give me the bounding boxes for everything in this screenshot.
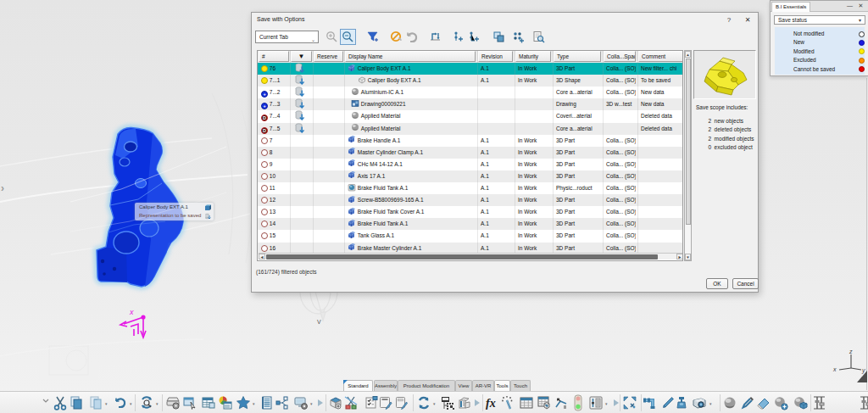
hscroll-left-button[interactable]: ◄ — [259, 254, 265, 260]
table-row-12[interactable]: 12 Screw-B58009699-165 A.1A.1In Work3D P… — [258, 194, 683, 206]
undo-icon[interactable] — [112, 394, 129, 411]
dropdown-arrow-icon[interactable]: ▾ — [130, 401, 132, 406]
collapse-chevron-icon[interactable] — [41, 393, 51, 410]
paste-icon[interactable] — [87, 394, 104, 411]
caliper-gauge-icon[interactable] — [811, 394, 828, 411]
dialog-help-button[interactable]: ? — [724, 15, 734, 25]
vscroll-thumb[interactable] — [686, 59, 691, 225]
share-pie-icon[interactable] — [217, 394, 234, 411]
catalog-list-icon[interactable] — [259, 394, 275, 411]
exclude-icon[interactable] — [388, 29, 404, 45]
table-row-8[interactable]: 8 Master Cylinder Clamp A.1A.1In Work3D … — [258, 147, 683, 159]
report-preview-icon[interactable] — [531, 29, 547, 45]
tab-filter-combobox[interactable]: Current Tab ⌄ — [255, 31, 319, 43]
tab-product-modification[interactable]: Product Modification — [398, 380, 455, 391]
tab-ar-vr[interactable]: AR-VR — [472, 380, 494, 391]
table-row-71[interactable]: 7...1 Caliper Body EXT A.1A.1In Work3D S… — [258, 75, 683, 87]
table-row-13[interactable]: 13 Brake Fluid Tank Cover A.1A.1In Work3… — [258, 206, 683, 218]
refresh-icon[interactable] — [415, 394, 432, 411]
undo-icon[interactable] — [403, 29, 420, 45]
dialog-close-button[interactable]: ✕ — [743, 15, 753, 25]
axis-system-marker[interactable]: x — [115, 307, 154, 339]
eraser-icon[interactable] — [755, 394, 772, 411]
doc-edit-icon[interactable] — [377, 394, 394, 411]
filter-icon[interactable] — [364, 29, 381, 45]
angle-measure-icon[interactable] — [553, 394, 570, 411]
tab-assembly[interactable]: Assembly — [374, 380, 398, 391]
tab-tools[interactable]: Tools — [494, 380, 510, 391]
sphere-cube-icon[interactable] — [792, 394, 809, 411]
panel-expander-chevron-icon[interactable]: › — [1, 182, 9, 196]
overflow-arrow-icon[interactable] — [469, 394, 486, 411]
tab-standard[interactable]: Standard — [343, 380, 373, 391]
status-notmod-icon — [261, 173, 268, 180]
clipped-toolbar-icon[interactable] — [858, 394, 868, 411]
table-row-7[interactable]: 7 Brake Handle A.1A.1In Work3D PartColla… — [258, 135, 683, 147]
material-sphere-icon[interactable] — [721, 394, 738, 411]
table-row-72[interactable]: + 7...2 Aluminium-IC A.1Core a...aterial… — [258, 87, 683, 98]
zoom-out-icon[interactable] — [340, 29, 356, 45]
table-row-15[interactable]: 15 Tank Glass A.1A.1In Work3D PartColla.… — [258, 230, 683, 242]
hscroll-thumb[interactable] — [266, 254, 658, 260]
reroute-icon[interactable] — [427, 29, 443, 45]
expand-arrows-icon[interactable] — [621, 394, 638, 411]
ok-button[interactable]: OK — [706, 278, 728, 289]
camera-projector-icon[interactable] — [692, 394, 709, 411]
favorites-star-icon[interactable] — [235, 394, 252, 411]
magic-wand-icon[interactable] — [499, 394, 516, 411]
pump-icon[interactable] — [673, 394, 690, 411]
table-row-11[interactable]: 11 Brake Fluid Tank A.1A.1In WorkPhysic.… — [258, 182, 683, 194]
scope-item-excluded-object: 0 excluded object — [704, 144, 753, 150]
vscroll-down-button[interactable]: ▼ — [685, 254, 691, 260]
dropdown-arrow-icon[interactable]: ▾ — [156, 401, 159, 406]
pipe-clamp-icon[interactable] — [642, 394, 659, 411]
tab-view[interactable]: View — [455, 380, 472, 391]
tab-touch[interactable]: Touch — [510, 380, 531, 391]
display-settings-icon[interactable] — [292, 394, 309, 411]
select-window-icon[interactable] — [181, 394, 198, 411]
insert-level-alt-icon[interactable] — [466, 29, 482, 45]
box-insert-icon[interactable] — [327, 394, 344, 411]
legend-label: Not modified — [793, 31, 825, 36]
table-row-75[interactable]: D 7...5 Applied MaterialCore a...aterial… — [258, 123, 683, 135]
table-row-74[interactable]: D 7...4 Applied MaterialCoveri...aterial… — [258, 110, 683, 122]
bi-minimize-button[interactable]: — — [846, 3, 854, 8]
sphere-add-icon[interactable] — [772, 394, 789, 411]
tag-capture-icon[interactable] — [439, 394, 456, 411]
bi-mode-combobox[interactable]: Save status ▾ — [774, 15, 865, 25]
bi-close-button[interactable]: ✕ — [857, 3, 865, 9]
cut-icon[interactable] — [52, 394, 69, 411]
duplicate-icon[interactable] — [491, 29, 507, 45]
doc-edit-alt-icon[interactable] — [393, 394, 410, 411]
insert-level-icon[interactable] — [450, 29, 466, 45]
table-row-10[interactable]: 10 Axis 17 A.1A.1In Work3D PartColla... … — [258, 170, 683, 182]
split-scissors-icon[interactable] — [342, 394, 359, 411]
vertical-scrollbar[interactable]: ▲ ▼ — [684, 50, 692, 261]
table-row-76[interactable]: 76 Caliper Body EXT A.1A.1In Work3D Part… — [258, 63, 683, 75]
cancel-button[interactable]: Cancel — [732, 278, 759, 289]
save-manage-icon[interactable] — [164, 394, 181, 411]
group-add-icon[interactable] — [510, 29, 526, 45]
vscroll-up-button[interactable]: ▲ — [685, 51, 691, 58]
copy-icon[interactable] — [68, 394, 85, 411]
zoom-in-icon[interactable] — [324, 29, 340, 45]
table-check-icon[interactable] — [536, 394, 553, 411]
horizontal-scrollbar[interactable]: ◄ ► — [259, 253, 683, 260]
bi-essentials-tab[interactable]: B.I Essentials — [771, 2, 810, 12]
dropdown-arrow-icon[interactable]: ▾ — [709, 401, 712, 406]
dropdown-arrow-icon[interactable]: ▾ — [253, 401, 255, 406]
grid-table-icon[interactable] — [518, 394, 535, 411]
overflow-arrow-icon[interactable] — [312, 394, 329, 411]
traffic-light-icon[interactable] — [570, 394, 587, 411]
share-nodes-icon[interactable] — [274, 394, 291, 411]
hscroll-right-button[interactable]: ► — [676, 254, 683, 260]
table-row-9[interactable]: 9 CHc M4 14-12 A.1A.1In Work3D PartColla… — [258, 159, 683, 170]
slider-panel-icon[interactable] — [587, 394, 604, 411]
table-row-73[interactable]: + 7...3 Drawing00009221Drawing3D w...tes… — [258, 98, 683, 110]
pipette-icon[interactable] — [739, 394, 756, 411]
table-row-14[interactable]: 14 Brake Fluid Tank A.1A.1In Work3D Part… — [258, 218, 683, 230]
dropdown-arrow-icon[interactable]: ▾ — [433, 401, 436, 406]
list-table-icon[interactable] — [200, 394, 217, 411]
dropdown-arrow-icon[interactable]: ▾ — [105, 401, 108, 406]
explore-search-icon[interactable] — [138, 394, 155, 411]
